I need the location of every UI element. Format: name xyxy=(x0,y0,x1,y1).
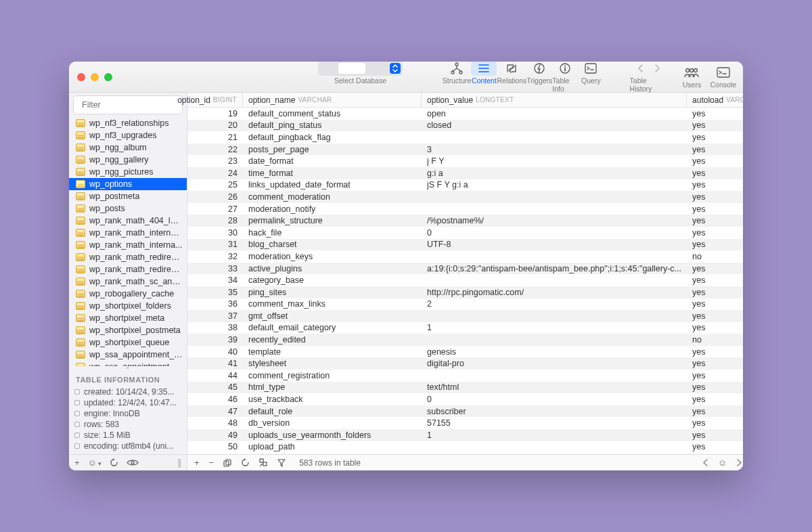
data-row[interactable]: 27moderation_notifyyes xyxy=(187,203,743,215)
tab-triggers[interactable]: Triggers xyxy=(526,62,552,93)
data-row[interactable]: 50upload_pathyes xyxy=(187,441,743,453)
page-prev-button[interactable] xyxy=(702,459,708,466)
cell-option-id[interactable]: 24 xyxy=(187,167,243,179)
cell-option-name[interactable]: comment_moderation xyxy=(243,191,422,203)
cell-option-name[interactable]: default_ping_status xyxy=(243,120,422,132)
tab-content[interactable]: Content xyxy=(471,62,497,93)
data-row[interactable]: 45html_typetext/htmlyes xyxy=(187,382,743,394)
cell-option-value[interactable] xyxy=(422,310,687,322)
cell-option-name[interactable]: recently_edited xyxy=(243,334,422,346)
cell-option-value[interactable]: digital-pro xyxy=(422,357,687,370)
add-row-button[interactable]: + xyxy=(194,458,200,468)
cell-option-value[interactable] xyxy=(422,191,687,203)
cell-autoload[interactable]: no xyxy=(687,334,743,346)
add-table-button[interactable]: + xyxy=(74,458,80,468)
cell-option-id[interactable]: 34 xyxy=(187,274,243,286)
cell-option-id[interactable]: 47 xyxy=(187,405,243,418)
history-forward-button[interactable] xyxy=(650,62,664,76)
cell-autoload[interactable]: yes xyxy=(687,263,743,275)
data-row[interactable]: 28permalink_structure/%postname%/yes xyxy=(187,215,743,227)
cell-autoload[interactable]: yes xyxy=(687,357,743,370)
cell-option-id[interactable]: 19 xyxy=(187,108,243,120)
data-row[interactable]: 21default_pingback_flagyes xyxy=(187,131,743,143)
data-row[interactable]: 30hack_file0yes xyxy=(187,227,743,239)
cell-option-name[interactable]: default_role xyxy=(243,405,422,418)
cell-option-value[interactable] xyxy=(422,441,687,453)
data-row[interactable]: 47default_rolesubscriberyes xyxy=(187,405,743,418)
cell-option-value[interactable]: g:i a xyxy=(422,167,687,179)
cell-option-id[interactable]: 35 xyxy=(187,286,243,298)
tab-relations[interactable]: Relations xyxy=(497,62,526,93)
data-row[interactable]: 25links_updated_date_formatjS F Y g:i ay… xyxy=(187,179,743,192)
cell-autoload[interactable]: yes xyxy=(687,227,743,239)
cell-autoload[interactable]: yes xyxy=(687,167,743,179)
cell-option-id[interactable]: 39 xyxy=(187,334,243,346)
refresh-rows-button[interactable] xyxy=(241,458,250,467)
refresh-tables-button[interactable] xyxy=(110,458,118,467)
console-button[interactable]: Console xyxy=(710,65,736,89)
table-row[interactable]: wp_ngg_gallery xyxy=(69,154,187,166)
cell-option-name[interactable]: use_trackback xyxy=(243,393,422,405)
zoom-window-button[interactable] xyxy=(104,73,112,81)
table-row[interactable]: wp_rank_math_internal_... xyxy=(69,227,187,239)
data-row[interactable]: 24time_formatg:i ayes xyxy=(187,167,743,179)
cell-autoload[interactable]: yes xyxy=(687,215,743,227)
cell-option-id[interactable]: 44 xyxy=(187,370,243,382)
data-row[interactable]: 23date_formatj F Yyes xyxy=(187,155,743,167)
cell-option-id[interactable]: 36 xyxy=(187,298,243,311)
cell-option-value[interactable]: genesis xyxy=(422,346,687,358)
tab-tableinfo[interactable]: Table Info xyxy=(552,62,578,93)
cell-autoload[interactable]: yes xyxy=(687,143,743,156)
cell-option-id[interactable]: 30 xyxy=(187,227,243,239)
cell-option-id[interactable]: 22 xyxy=(187,143,243,156)
cell-option-id[interactable]: 41 xyxy=(187,357,243,370)
close-window-button[interactable] xyxy=(77,73,85,81)
users-button[interactable]: Users xyxy=(679,65,704,89)
cell-autoload[interactable]: yes xyxy=(687,429,743,441)
duplicate-row-button[interactable] xyxy=(223,459,231,467)
cell-option-value[interactable]: closed xyxy=(422,120,687,132)
cell-option-value[interactable]: text/html xyxy=(422,382,687,394)
minimize-window-button[interactable] xyxy=(91,73,99,81)
data-row[interactable]: 41stylesheetdigital-proyes xyxy=(187,357,743,370)
cell-option-value[interactable] xyxy=(422,131,687,143)
cell-option-id[interactable]: 31 xyxy=(187,239,243,251)
table-row[interactable]: wp_rank_math_redirect... xyxy=(69,263,187,275)
cell-autoload[interactable]: yes xyxy=(687,286,743,298)
cell-option-id[interactable]: 33 xyxy=(187,263,243,275)
cell-option-name[interactable]: posts_per_page xyxy=(243,143,422,156)
cell-autoload[interactable]: yes xyxy=(687,346,743,358)
cell-option-name[interactable]: moderation_keys xyxy=(243,250,422,263)
data-row[interactable]: 49uploads_use_yearmonth_folders1yes xyxy=(187,429,743,441)
col-option-name[interactable]: option_nameVARCHAR xyxy=(243,93,422,107)
data-row[interactable]: 46use_trackback0yes xyxy=(187,393,743,405)
cell-option-name[interactable]: template xyxy=(243,346,422,358)
cell-option-name[interactable]: moderation_notify xyxy=(243,203,422,215)
cell-option-value[interactable]: UTF-8 xyxy=(422,239,687,251)
cell-autoload[interactable]: yes xyxy=(687,179,743,192)
cell-autoload[interactable]: yes xyxy=(687,155,743,167)
table-row[interactable]: wp_shortpixel_postmeta xyxy=(69,324,187,336)
cell-option-id[interactable]: 32 xyxy=(187,250,243,263)
table-row[interactable]: wp_postmeta xyxy=(69,190,187,202)
cell-option-id[interactable]: 38 xyxy=(187,322,243,334)
table-body[interactable]: 19default_comment_statusopenyes20default… xyxy=(187,108,743,454)
cell-option-name[interactable]: category_base xyxy=(243,274,422,286)
cell-option-name[interactable]: ping_sites xyxy=(243,286,422,298)
cell-option-value[interactable]: 1 xyxy=(422,429,687,441)
page-menu-button[interactable]: ☺ xyxy=(718,458,727,468)
table-row[interactable]: wp_shortpixel_queue xyxy=(69,336,187,349)
cell-option-id[interactable]: 37 xyxy=(187,310,243,322)
table-filter-search[interactable] xyxy=(73,95,183,114)
cell-autoload[interactable]: yes xyxy=(687,382,743,394)
cell-option-name[interactable]: active_plugins xyxy=(243,263,422,275)
data-row[interactable]: 32moderation_keysno xyxy=(187,250,743,263)
cell-option-value[interactable]: /%postname%/ xyxy=(422,215,687,227)
cell-autoload[interactable]: no xyxy=(687,250,743,263)
table-filter-input[interactable] xyxy=(82,100,188,110)
cell-option-value[interactable]: jS F Y g:i a xyxy=(422,179,687,192)
cell-option-id[interactable]: 49 xyxy=(187,429,243,441)
table-row[interactable]: wp_ngg_album xyxy=(69,141,187,154)
cell-option-name[interactable]: comment_registration xyxy=(243,370,422,382)
table-row[interactable]: wp_nf3_upgrades xyxy=(69,129,187,141)
